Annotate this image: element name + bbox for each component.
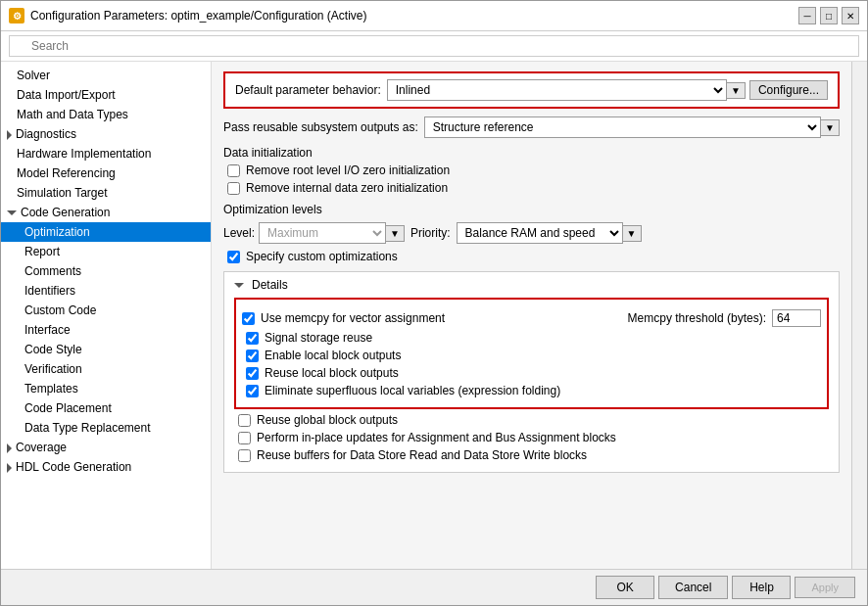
opt-levels-section: Optimization levels Level: Maximum ▼ Pri… [223, 203, 840, 263]
reuse-local-label: Reuse local block outputs [265, 366, 399, 380]
default-param-select[interactable]: Inlined [387, 79, 727, 101]
perform-inplace-checkbox[interactable] [238, 432, 251, 444]
sidebar-item-hardware-implementation[interactable]: Hardware Implementation [1, 144, 211, 163]
sidebar-item-identifiers[interactable]: Identifiers [1, 281, 211, 301]
sidebar-item-model-referencing[interactable]: Model Referencing [1, 163, 211, 183]
use-memcpy-label: Use memcpy for vector assignment [261, 311, 445, 325]
sidebar-item-comments[interactable]: Comments [1, 261, 211, 281]
sidebar-item-hdl-code-generation[interactable]: HDL Code Generation [1, 457, 211, 477]
sidebar-item-code-generation[interactable]: Code Generation [1, 203, 211, 222]
default-param-label: Default parameter behavior: [235, 83, 381, 97]
memcpy-threshold-input[interactable] [772, 309, 821, 327]
footer: OK Cancel Help Apply [1, 569, 867, 605]
reuse-local-checkbox[interactable] [246, 367, 259, 380]
apply-button[interactable]: Apply [795, 577, 855, 598]
opt-levels-title: Optimization levels [223, 203, 840, 216]
level-label: Level: [223, 226, 255, 240]
close-button[interactable]: ✕ [842, 7, 859, 24]
eliminate-superfluous-label: Eliminate superfluous local variables (e… [265, 384, 560, 397]
remove-root-io-row: Remove root level I/O zero initializatio… [227, 163, 840, 177]
sidebar-item-templates[interactable]: Templates [1, 379, 211, 398]
priority-select[interactable]: Balance RAM and speed [457, 222, 623, 244]
sidebar-item-coverage[interactable]: Coverage [1, 438, 211, 457]
help-button[interactable]: Help [732, 576, 791, 599]
details-title: Details [234, 278, 829, 292]
sidebar-item-math-and-data-types[interactable]: Math and Data Types [1, 105, 211, 124]
pass-reusable-select-wrap: Structure reference ▼ [424, 117, 840, 138]
title-bar: ⚙ Configuration Parameters: optim_exampl… [1, 1, 867, 31]
eliminate-superfluous-row: Eliminate superfluous local variables (e… [246, 384, 821, 397]
reuse-global-checkbox[interactable] [238, 414, 251, 427]
sidebar-item-custom-code[interactable]: Custom Code [1, 301, 211, 320]
main-content: Solver Data Import/Export Math and Data … [1, 62, 867, 569]
scrollbar[interactable] [851, 62, 867, 569]
configure-button[interactable]: Configure... [749, 80, 828, 100]
cancel-button[interactable]: Cancel [658, 576, 728, 599]
memcpy-right: Memcpy threshold (bytes): [628, 309, 821, 327]
level-dropdown-arrow[interactable]: ▼ [386, 225, 405, 242]
signal-storage-row: Signal storage reuse [246, 331, 821, 345]
data-init-section: Data initialization Remove root level I/… [223, 146, 840, 195]
specify-custom-row: Specify custom optimizations [227, 250, 840, 263]
reuse-global-label: Reuse global block outputs [257, 413, 398, 427]
sidebar-item-simulation-target[interactable]: Simulation Target [1, 183, 211, 203]
default-param-dropdown-arrow[interactable]: ▼ [727, 82, 746, 99]
details-section: Details Use memcpy for vector assignment… [223, 271, 840, 473]
search-input[interactable] [9, 35, 859, 57]
level-select[interactable]: Maximum [259, 222, 386, 244]
specify-custom-checkbox[interactable] [227, 251, 240, 263]
maximize-button[interactable]: □ [820, 7, 838, 24]
code-gen-arrow [7, 210, 17, 215]
remove-internal-label: Remove internal data zero initialization [246, 181, 448, 195]
specify-custom-label: Specify custom optimizations [246, 250, 398, 263]
signal-storage-label: Signal storage reuse [265, 331, 372, 345]
priority-dropdown-arrow[interactable]: ▼ [623, 225, 642, 242]
signal-storage-checkbox[interactable] [246, 332, 259, 345]
ok-button[interactable]: OK [596, 576, 654, 599]
sidebar-item-interface[interactable]: Interface [1, 320, 211, 340]
use-memcpy-checkbox[interactable] [242, 312, 255, 325]
enable-local-row: Enable local block outputs [246, 349, 821, 362]
remove-internal-checkbox[interactable] [227, 182, 240, 195]
window-title: Configuration Parameters: optim_example/… [30, 9, 367, 23]
perform-inplace-row: Perform in-place updates for Assignment … [238, 431, 829, 444]
pass-reusable-label: Pass reusable subsystem outputs as: [223, 120, 418, 134]
sidebar-item-optimization[interactable]: Optimization [1, 222, 211, 242]
pass-reusable-select[interactable]: Structure reference [424, 117, 821, 138]
pass-reusable-dropdown-arrow[interactable]: ▼ [821, 119, 840, 136]
memcpy-threshold-label: Memcpy threshold (bytes): [628, 311, 766, 325]
sidebar-item-data-import-export[interactable]: Data Import/Export [1, 85, 211, 105]
eliminate-superfluous-checkbox[interactable] [246, 385, 259, 397]
sidebar-item-report[interactable]: Report [1, 242, 211, 261]
sidebar-item-verification[interactable]: Verification [1, 359, 211, 379]
remove-internal-row: Remove internal data zero initialization [227, 181, 840, 195]
remove-root-io-checkbox[interactable] [227, 164, 240, 177]
reuse-buffers-checkbox[interactable] [238, 449, 251, 462]
details-expand-icon [234, 283, 244, 288]
priority-select-wrap: Balance RAM and speed ▼ [457, 222, 642, 244]
minimize-button[interactable]: ─ [798, 7, 816, 24]
sidebar-item-diagnostics[interactable]: Diagnostics [1, 124, 211, 144]
level-row: Level: Maximum ▼ Priority: Balance RAM a… [223, 222, 840, 244]
priority-label: Priority: [410, 226, 451, 240]
memcpy-left: Use memcpy for vector assignment [242, 311, 445, 325]
main-window: ⚙ Configuration Parameters: optim_exampl… [0, 0, 868, 606]
search-bar: 🔍 [1, 31, 867, 62]
remove-root-io-label: Remove root level I/O zero initializatio… [246, 163, 450, 177]
default-param-row: Default parameter behavior: Inlined ▼ Co… [235, 79, 828, 101]
sidebar-item-code-placement[interactable]: Code Placement [1, 398, 211, 418]
sidebar-item-data-type-replacement[interactable]: Data Type Replacement [1, 418, 211, 438]
search-wrap: 🔍 [9, 35, 859, 57]
pass-reusable-row: Pass reusable subsystem outputs as: Stru… [223, 117, 840, 138]
perform-inplace-label: Perform in-place updates for Assignment … [257, 431, 616, 444]
content-area: Default parameter behavior: Inlined ▼ Co… [212, 62, 851, 569]
sidebar-item-code-style[interactable]: Code Style [1, 340, 211, 359]
data-init-title: Data initialization [223, 146, 840, 160]
app-icon: ⚙ [9, 8, 24, 23]
reuse-buffers-label: Reuse buffers for Data Store Read and Da… [257, 448, 587, 462]
title-bar-left: ⚙ Configuration Parameters: optim_exampl… [9, 8, 367, 23]
sidebar-item-solver[interactable]: Solver [1, 66, 211, 85]
reuse-global-row: Reuse global block outputs [238, 413, 829, 427]
enable-local-checkbox[interactable] [246, 350, 259, 362]
coverage-arrow [7, 443, 12, 453]
